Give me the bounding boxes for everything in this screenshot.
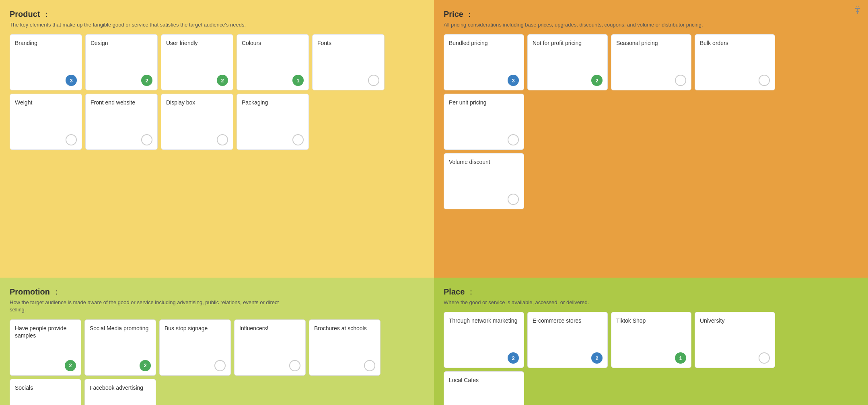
card-item[interactable]: University <box>695 312 775 368</box>
vote-badge: 1 <box>675 352 686 364</box>
empty-vote-circle <box>66 134 77 145</box>
promotion-desc: How the target audience is made aware of… <box>10 299 283 313</box>
card-bottom <box>166 134 228 145</box>
card-label: Through network marketing <box>449 317 519 324</box>
vote-badge: 3 <box>508 75 519 86</box>
empty-vote-circle <box>214 360 226 371</box>
card-item[interactable]: Bundled pricing3 <box>444 34 524 90</box>
card-bottom <box>317 75 379 86</box>
card-label: Branding <box>15 39 77 47</box>
card-bottom <box>700 352 770 364</box>
main-grid: Product ： The key elements that make up … <box>0 0 868 405</box>
card-label: E-commerce stores <box>533 317 603 324</box>
card-item[interactable]: Have people provide samples2 <box>10 319 81 376</box>
card-label: Fonts <box>317 39 379 47</box>
card-label: Brochures at schools <box>314 325 375 332</box>
card-item[interactable]: Volume discount <box>444 153 524 209</box>
card-bottom: 2 <box>533 352 603 364</box>
card-item[interactable]: Packaging <box>237 94 309 150</box>
card-bottom <box>165 360 226 371</box>
vote-badge: 2 <box>141 75 152 86</box>
card-bottom <box>449 194 519 205</box>
card-label: Per unit pricing <box>449 99 519 106</box>
empty-vote-circle <box>759 352 770 364</box>
card-item[interactable]: Colours1 <box>237 34 309 90</box>
empty-vote-circle <box>364 360 375 371</box>
card-label: Colours <box>242 39 304 47</box>
font-resize-icon[interactable]: Ŧ̈ <box>855 6 860 16</box>
card-label: Bundled pricing <box>449 39 519 47</box>
card-label: Bulk orders <box>700 39 770 47</box>
vote-badge: 2 <box>508 352 519 364</box>
vote-badge: 3 <box>66 75 77 86</box>
card-item[interactable]: Local Cafes <box>444 371 524 405</box>
card-item[interactable]: Seasonal pricing <box>611 34 691 90</box>
card-bottom <box>239 360 300 371</box>
quadrant-promotion: Promotion ： How the target audience is m… <box>0 278 434 405</box>
empty-vote-circle <box>289 360 300 371</box>
card-item[interactable]: User friendly2 <box>161 34 233 90</box>
card-label: Have people provide samples <box>15 325 76 339</box>
card-label: Tiktok Shop <box>616 317 686 324</box>
card-bottom: 2 <box>166 75 228 86</box>
card-item[interactable]: Facebook advertising <box>84 379 156 405</box>
empty-vote-circle <box>675 75 686 86</box>
card-item[interactable]: Not for profit pricing2 <box>527 34 608 90</box>
card-label: Influencers! <box>239 325 300 332</box>
card-bottom: 2 <box>91 75 152 86</box>
card-label: Packaging <box>242 99 304 106</box>
card-bottom <box>700 75 770 86</box>
card-item[interactable]: Socials <box>10 379 81 405</box>
card-item[interactable]: Display box <box>161 94 233 150</box>
empty-vote-circle <box>368 75 379 86</box>
card-label: Weight <box>15 99 77 106</box>
card-item[interactable]: Bus stop signage <box>159 319 231 376</box>
card-label: User friendly <box>166 39 228 47</box>
promotion-cards-row1: Have people provide samples2Social Media… <box>10 319 424 376</box>
card-item[interactable]: Front end website <box>85 94 158 150</box>
card-bottom <box>242 134 304 145</box>
card-item[interactable]: Fonts <box>312 34 385 90</box>
quadrant-place: Place ： Where the good or service is ava… <box>434 278 868 405</box>
card-label: Design <box>91 39 152 47</box>
card-label: Social Media promoting <box>90 325 151 332</box>
vote-badge: 2 <box>591 75 603 86</box>
vote-badge: 1 <box>292 75 304 86</box>
card-bottom <box>15 134 77 145</box>
card-bottom: 2 <box>90 360 151 371</box>
card-label: Bus stop signage <box>165 325 226 332</box>
card-label: Facebook advertising <box>90 384 151 391</box>
empty-vote-circle <box>217 134 228 145</box>
card-item[interactable]: Tiktok Shop1 <box>611 312 691 368</box>
card-item[interactable]: Per unit pricing <box>444 94 524 150</box>
product-desc: The key elements that make up the tangib… <box>10 21 283 29</box>
price-cards-row2: Volume discount <box>444 153 858 209</box>
card-bottom <box>91 134 152 145</box>
card-bottom <box>314 360 375 371</box>
product-title: Product ： <box>10 9 424 20</box>
quadrant-price: Ŧ̈ Price ： All pricing considerations in… <box>434 0 868 278</box>
card-item[interactable]: E-commerce stores2 <box>527 312 608 368</box>
product-cards-row1: Branding3Design2User friendly2Colours1Fo… <box>10 34 424 90</box>
card-bottom: 3 <box>15 75 77 86</box>
card-bottom: 2 <box>533 75 603 86</box>
empty-vote-circle <box>292 134 304 145</box>
promotion-cards-row2: SocialsFacebook advertising <box>10 379 424 405</box>
card-item[interactable]: Design2 <box>85 34 158 90</box>
empty-vote-circle <box>141 134 152 145</box>
card-item[interactable]: Weight <box>10 94 82 150</box>
card-label: Socials <box>15 384 76 391</box>
card-label: Volume discount <box>449 158 519 166</box>
card-item[interactable]: Branding3 <box>10 34 82 90</box>
card-item[interactable]: Through network marketing2 <box>444 312 524 368</box>
card-bottom: 2 <box>449 352 519 364</box>
card-item[interactable]: Influencers! <box>234 319 306 376</box>
place-title: Place ： <box>444 286 858 297</box>
price-title: Price ： <box>444 9 858 20</box>
card-item[interactable]: Brochures at schools <box>309 319 381 376</box>
card-label: Local Cafes <box>449 376 519 384</box>
card-item[interactable]: Social Media promoting2 <box>84 319 156 376</box>
place-desc: Where the good or service is available, … <box>444 299 717 306</box>
card-item[interactable]: Bulk orders <box>695 34 775 90</box>
card-bottom <box>449 134 519 145</box>
